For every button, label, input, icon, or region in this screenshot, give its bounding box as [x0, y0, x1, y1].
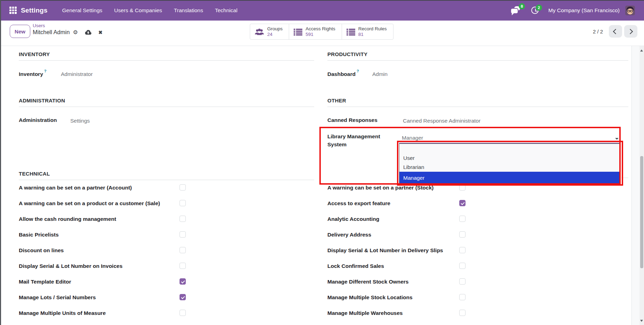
section-administration: ADMINISTRATION [19, 98, 314, 107]
setting-checkbox[interactable] [459, 216, 466, 222]
menu-technical[interactable]: Technical [215, 7, 238, 14]
setting-checkbox[interactable] [459, 278, 466, 285]
cloud-save-icon[interactable] [85, 30, 92, 35]
technical-setting-row: A warning can be set on a partner (Accou… [19, 184, 314, 200]
top-navbar: Settings General Settings Users & Compan… [0, 0, 644, 21]
stat-label: Record Rules [358, 26, 387, 32]
stat-button-groups[interactable]: Groups 24 [250, 24, 289, 39]
technical-setting-row: Display Serial & Lot Number on Invoices [19, 263, 314, 278]
pager-next-button[interactable] [624, 25, 637, 38]
setting-checkbox[interactable] [459, 247, 466, 253]
stat-value: 24 [267, 32, 283, 37]
setting-checkbox[interactable] [180, 294, 186, 300]
canned-responses-field-value[interactable]: Canned Response Administrator [403, 118, 480, 124]
control-panel: New Users Mitchell Admin ⚙ ✖ [0, 21, 644, 46]
setting-label: Analytic Accounting [327, 216, 379, 222]
menu-general-settings[interactable]: General Settings [62, 7, 102, 14]
technical-setting-row: Manage Multiple Stock Locations [327, 294, 628, 310]
setting-label: Allow the cash rounding management [19, 216, 116, 222]
stat-label: Access Rights [305, 26, 335, 32]
technical-setting-row: Display Serial & Lot Number in Delivery … [327, 247, 628, 263]
setting-label: Access to export feature [327, 200, 390, 207]
vertical-scrollbar[interactable] [639, 46, 644, 325]
technical-setting-row: Delivery Address [327, 231, 628, 247]
setting-checkbox[interactable] [180, 216, 186, 222]
discard-icon[interactable]: ✖ [98, 30, 103, 35]
menu-users-companies[interactable]: Users & Companies [114, 7, 162, 14]
dropdown-option-manager-selected[interactable]: Manager [399, 172, 620, 184]
setting-checkbox[interactable] [180, 278, 186, 285]
setting-checkbox[interactable] [180, 184, 186, 191]
technical-setting-row: Lock Confirmed Sales [327, 263, 628, 278]
library-select-dropdown: User Librarian Manager [399, 144, 620, 184]
setting-checkbox[interactable] [180, 247, 186, 253]
technical-setting-row: A warning can be set on a partner (Stock… [327, 184, 628, 200]
library-field-label: Library Management [327, 133, 380, 140]
technical-setting-row: Analytic Accounting [327, 216, 628, 231]
help-icon[interactable]: ? [357, 69, 359, 73]
company-switcher[interactable]: My Company (San Francisco) [548, 7, 620, 14]
setting-label: Display Serial & Lot Number on Invoices [19, 263, 122, 269]
activities-clock-icon[interactable]: 2 [531, 7, 539, 14]
setting-label: A warning can be set on a product or a c… [19, 200, 160, 207]
setting-label: Basic Pricelists [19, 231, 59, 238]
stat-button-record-rules[interactable]: Record Rules 81 [342, 24, 393, 39]
user-avatar[interactable] [625, 6, 635, 15]
breadcrumb-users-link[interactable]: Users [33, 23, 102, 28]
setting-checkbox[interactable] [459, 184, 466, 191]
help-icon[interactable]: ? [44, 69, 47, 73]
window-left-edge [0, 0, 1, 325]
setting-label: A warning can be set on a partner (Stock… [327, 184, 434, 191]
stat-buttons: Groups 24 Access Rights 591 [250, 24, 393, 40]
stat-button-access-rights[interactable]: Access Rights 591 [289, 24, 342, 39]
section-productivity: PRODUCTIVITY [327, 51, 628, 61]
section-technical: TECHNICAL [19, 171, 314, 180]
scrollbar-thumb[interactable] [640, 156, 643, 268]
pager-previous-button[interactable] [609, 25, 622, 38]
breadcrumb: Users Mitchell Admin ⚙ ✖ [33, 23, 102, 36]
setting-label: Mail Template Editor [19, 278, 71, 285]
setting-checkbox[interactable] [459, 263, 466, 269]
gear-icon[interactable]: ⚙ [73, 29, 78, 36]
canned-responses-field-label: Canned Responses [327, 117, 377, 123]
setting-label: Manage Multiple Stock Locations [327, 294, 413, 301]
administration-field-label: Administration [19, 117, 57, 123]
new-record-button[interactable]: New [10, 25, 30, 38]
technical-setting-row: Manage Multiple Units of Measure [19, 310, 314, 325]
inventory-field-value[interactable]: Administrator [61, 71, 93, 77]
stat-value: 81 [358, 32, 387, 37]
library-select-value[interactable]: Manager [402, 135, 423, 141]
setting-label: A warning can be set on a partner (Accou… [19, 184, 132, 191]
chevron-down-icon[interactable] [615, 138, 619, 141]
users-icon [255, 28, 264, 36]
section-other: OTHER [327, 98, 628, 107]
setting-label: Discount on lines [19, 247, 64, 254]
administration-field-value[interactable]: Settings [70, 118, 90, 124]
apps-grid-icon[interactable] [9, 7, 17, 14]
chat-bubble-icon [510, 8, 518, 14]
setting-checkbox[interactable] [459, 200, 466, 206]
setting-checkbox[interactable] [459, 310, 466, 316]
setting-label: Manage Different Stock Owners [327, 278, 408, 285]
technical-setting-row: Discount on lines [19, 247, 314, 263]
dashboard-field-value[interactable]: Admin [372, 71, 388, 77]
scroll-up-arrow-icon[interactable] [640, 48, 643, 52]
dropdown-option-user[interactable]: User [399, 154, 620, 163]
technical-setting-row: Mail Template Editor [19, 278, 314, 294]
list-icon [347, 28, 355, 36]
dropdown-option-librarian[interactable]: Librarian [399, 163, 620, 172]
setting-checkbox[interactable] [180, 310, 186, 316]
dropdown-option-blank[interactable] [399, 144, 620, 154]
setting-checkbox[interactable] [459, 294, 466, 300]
setting-checkbox[interactable] [180, 263, 186, 269]
setting-label: Manage Lots / Serial Numbers [19, 294, 96, 301]
app-title[interactable]: Settings [21, 7, 48, 14]
messages-icon[interactable]: 8 [510, 6, 521, 15]
setting-checkbox[interactable] [459, 231, 466, 238]
menu-translations[interactable]: Translations [174, 7, 203, 14]
scroll-down-arrow-icon[interactable] [640, 320, 643, 323]
setting-checkbox[interactable] [180, 200, 186, 206]
list-icon [294, 28, 302, 36]
dashboard-field-label: Dashboard? [327, 70, 359, 77]
setting-checkbox[interactable] [180, 231, 186, 238]
